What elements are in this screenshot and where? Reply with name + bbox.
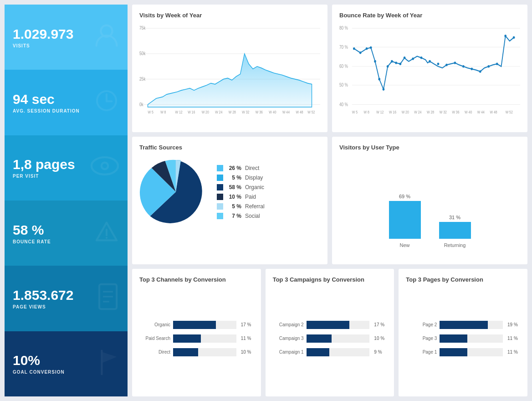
hbar-row-campaigns-chart-2: Campaign 1 9 % bbox=[273, 348, 387, 356]
svg-text:W 28: W 28 bbox=[229, 110, 236, 115]
stat-value-3: 58 % bbox=[13, 222, 51, 237]
svg-point-46 bbox=[359, 51, 362, 54]
hbar-row-channels-chart-0: Organic 17 % bbox=[139, 321, 254, 329]
top-pages-title: Top 3 Pages by Conversion bbox=[406, 276, 520, 283]
legend-pct-2: 58 % bbox=[227, 184, 241, 190]
stat-icon-1 bbox=[94, 88, 119, 117]
svg-text:W 12: W 12 bbox=[376, 110, 384, 115]
legend-label-1: Display bbox=[245, 175, 263, 181]
svg-point-61 bbox=[445, 64, 448, 67]
stat-label-1: AVG. SESSION DURATION bbox=[13, 108, 80, 113]
svg-text:50k: 50k bbox=[139, 51, 146, 57]
svg-point-56 bbox=[404, 57, 406, 59]
user-bar-rect-1 bbox=[439, 222, 471, 239]
stat-card-4: 1.853.672 PAGE VIEWS bbox=[5, 266, 128, 331]
svg-text:W 5: W 5 bbox=[148, 110, 153, 115]
svg-text:W 36: W 36 bbox=[256, 110, 263, 115]
visits-chart-panel: Visits by Week of Year 75k 50k 25k 0k bbox=[132, 5, 327, 132]
svg-point-7 bbox=[106, 236, 107, 238]
svg-point-64 bbox=[471, 68, 473, 71]
svg-point-62 bbox=[454, 62, 456, 64]
stat-label-2: PER VISIT bbox=[13, 174, 75, 179]
svg-text:75k: 75k bbox=[139, 26, 146, 31]
hbar-track-1 bbox=[440, 334, 503, 343]
hbar-pct-0: 17 % bbox=[374, 322, 387, 327]
svg-text:W 36: W 36 bbox=[452, 110, 459, 115]
hbar-label-0: Campaign 2 bbox=[273, 322, 304, 327]
traffic-content: 26 % Direct 5 % Display 58 % Organic 10 … bbox=[139, 155, 320, 228]
stat-card-2: 1,8 pages PER VISIT bbox=[5, 135, 128, 200]
visits-chart-title: Visits by Week of Year bbox=[139, 12, 320, 19]
svg-text:W 52: W 52 bbox=[506, 110, 513, 115]
traffic-sources-panel: Traffic Sources bbox=[132, 137, 327, 264]
legend-label-4: Referral bbox=[245, 203, 265, 210]
stat-label-3: BOUNCE RATE bbox=[13, 239, 51, 244]
pie-chart bbox=[139, 155, 212, 228]
legend-item-1: 5 % Display bbox=[217, 175, 320, 181]
top-channels-title: Top 3 Channels by Conversion bbox=[139, 276, 254, 283]
svg-point-55 bbox=[399, 62, 402, 65]
user-bar-pct-1: 31 % bbox=[449, 215, 460, 220]
svg-text:W 44: W 44 bbox=[282, 110, 290, 115]
svg-point-47 bbox=[366, 47, 368, 50]
stat-card-1: 94 sec AVG. SESSION DURATION bbox=[5, 70, 128, 135]
legend-pct-5: 7 % bbox=[227, 213, 241, 219]
stat-text-0: 1.029.973 VISITS bbox=[13, 26, 73, 48]
user-bar-pct-0: 69 % bbox=[399, 194, 410, 199]
hbar-pct-1: 11 % bbox=[241, 336, 254, 341]
stat-icon-4 bbox=[97, 283, 119, 314]
svg-text:W 5: W 5 bbox=[352, 110, 358, 115]
row-charts: Visits by Week of Year 75k 50k 25k 0k bbox=[132, 5, 527, 132]
svg-text:W 20: W 20 bbox=[402, 110, 409, 115]
legend-item-4: 5 % Referral bbox=[217, 203, 320, 210]
svg-text:W 32: W 32 bbox=[242, 110, 249, 115]
svg-point-59 bbox=[429, 60, 431, 63]
hbar-pct-1: 10 % bbox=[374, 336, 387, 341]
svg-point-54 bbox=[395, 62, 397, 64]
hbar-row-channels-chart-1: Paid Search 11 % bbox=[139, 334, 254, 343]
hbar-track-0 bbox=[440, 321, 503, 329]
hbar-fill-1 bbox=[307, 334, 332, 343]
stat-text-5: 10% GOAL CONVERSION bbox=[13, 353, 65, 375]
stat-text-4: 1.853.672 PAGE VIEWS bbox=[13, 288, 73, 309]
user-bar-rect-0 bbox=[389, 201, 421, 239]
svg-text:70 %: 70 % bbox=[339, 45, 348, 50]
svg-point-63 bbox=[462, 65, 465, 68]
svg-text:W 40: W 40 bbox=[465, 110, 472, 115]
traffic-legend: 26 % Direct 5 % Display 58 % Organic 10 … bbox=[217, 165, 320, 219]
legend-dot-1 bbox=[217, 175, 223, 181]
svg-text:80 %: 80 % bbox=[339, 26, 348, 31]
stat-text-1: 94 sec AVG. SESSION DURATION bbox=[13, 92, 80, 113]
stat-label-0: VISITS bbox=[13, 43, 73, 48]
stat-label-4: PAGE VIEWS bbox=[13, 304, 73, 309]
hbar-fill-2 bbox=[307, 348, 329, 356]
hbar-track-1 bbox=[307, 334, 370, 343]
user-type-panel: Visitors by User Type 69 % New 31 % Retu… bbox=[332, 137, 527, 264]
hbar-row-campaigns-chart-0: Campaign 2 17 % bbox=[273, 321, 387, 329]
user-bar-label-0: New bbox=[399, 242, 409, 248]
legend-item-2: 58 % Organic bbox=[217, 184, 320, 190]
top-channels-chart: Organic 17 % Paid Search 11 % Direct 10 … bbox=[139, 288, 254, 389]
stat-label-5: GOAL CONVERSION bbox=[13, 370, 65, 375]
legend-pct-1: 5 % bbox=[227, 175, 241, 181]
top-pages-chart: Page 2 19 % Page 3 11 % Page 1 11 % bbox=[406, 288, 520, 389]
svg-text:W 24: W 24 bbox=[414, 110, 422, 115]
legend-dot-4 bbox=[217, 203, 223, 210]
svg-point-69 bbox=[513, 36, 515, 39]
hbar-fill-1 bbox=[440, 334, 467, 343]
legend-item-3: 10 % Paid bbox=[217, 194, 320, 200]
bounce-svg: 80 % 70 % 60 % 50 % 40 % bbox=[339, 23, 520, 125]
stat-icon-5 bbox=[97, 348, 119, 379]
svg-text:W 44: W 44 bbox=[477, 110, 485, 115]
visits-chart-area: 75k 50k 25k 0k W 5 bbox=[139, 23, 320, 125]
svg-point-45 bbox=[353, 47, 355, 50]
legend-pct-4: 5 % bbox=[227, 203, 241, 210]
hbar-fill-0 bbox=[173, 321, 216, 329]
svg-text:W 24: W 24 bbox=[215, 110, 223, 115]
main-content: Visits by Week of Year 75k 50k 25k 0k bbox=[132, 5, 527, 396]
user-type-bars: 69 % New 31 % Returning bbox=[339, 155, 520, 257]
svg-point-65 bbox=[479, 70, 481, 73]
hbar-fill-2 bbox=[440, 348, 467, 356]
hbar-label-0: Organic bbox=[139, 322, 170, 327]
svg-point-49 bbox=[374, 60, 376, 63]
